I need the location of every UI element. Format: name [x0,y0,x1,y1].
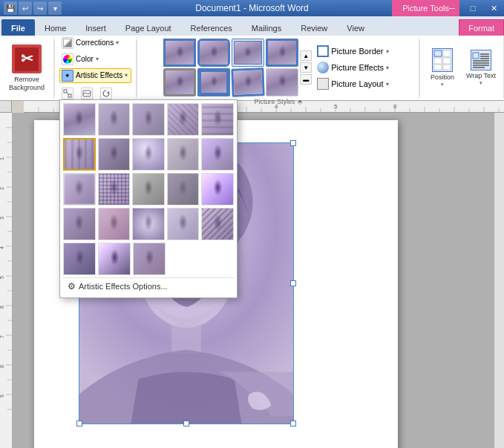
svg-text:9: 9 [0,395,4,398]
style-thumb-6[interactable] [197,68,230,96]
handle-mid-right[interactable] [290,280,296,286]
svg-text:7: 7 [0,335,4,338]
handle-bot-right[interactable] [290,421,296,426]
reset-picture-button[interactable] [98,86,116,101]
handle-bot-center[interactable] [183,421,189,426]
gallery-more-button[interactable]: ▬ [300,74,312,85]
svg-text:3: 3 [0,217,4,220]
tab-mailings[interactable]: Mailings [242,19,291,36]
svg-text:6: 6 [393,103,397,110]
svg-rect-13 [434,58,442,64]
svg-rect-15 [434,65,442,70]
effect-pastels[interactable] [167,138,200,171]
picture-effects-icon [317,62,329,73]
effect-marker-selected[interactable] [63,138,96,171]
style-thumb-7[interactable] [232,67,265,97]
close-button[interactable]: ✕ [483,0,504,16]
corrections-icon [62,37,73,49]
style-thumb-4[interactable] [266,39,298,67]
compress-pictures-button[interactable] [59,86,77,101]
svg-text:5: 5 [334,103,338,110]
gallery-up-button[interactable]: ▲ [300,50,312,61]
remove-background-label: Remove Background [7,76,47,92]
style-thumb-5[interactable] [163,68,196,96]
artistic-effects-dropdown: ⚙ Artistic Effects Options... [59,99,238,298]
tab-home[interactable]: Home [35,19,76,36]
effect-glass[interactable] [132,138,165,171]
effect-chalk[interactable] [167,103,200,136]
effect-watercolor[interactable] [201,103,234,136]
svg-rect-103 [171,324,201,354]
effect-glow[interactable] [167,173,200,205]
effect-paintbrush[interactable] [201,208,234,240]
vertical-scrollbar[interactable] [494,113,504,448]
effect-pencil[interactable] [98,103,131,136]
effect-crosshatch[interactable] [167,208,200,240]
style-thumb-3[interactable] [232,39,264,67]
effect-texture[interactable] [98,173,131,205]
style-thumb-2[interactable] [197,39,230,67]
more-qa-button[interactable]: ▾ [48,1,62,15]
picture-styles-expand[interactable]: ⬘ [298,99,302,105]
svg-rect-11 [434,50,442,56]
corrections-button[interactable]: Corrections ▾ [59,36,122,50]
position-button[interactable]: Position ▾ [425,46,460,90]
artistic-effects-options-link[interactable]: ⚙ Artistic Effects Options... [63,277,234,294]
svg-rect-14 [443,58,451,64]
effect-paint[interactable] [201,173,234,205]
effect-row-2 [63,138,234,171]
gallery-arrows: ▲ ▼ ▬ [300,50,312,85]
picture-effects-button[interactable]: Picture Effects ▾ [313,60,393,75]
svg-text:6: 6 [0,306,4,309]
options-icon: ⚙ [68,281,76,291]
tab-file[interactable]: File [1,19,35,36]
save-qa-button[interactable]: 💾 [4,1,17,15]
color-button[interactable]: Color ▾ [59,52,102,67]
svg-marker-10 [107,91,109,94]
svg-text:5: 5 [0,276,4,279]
reset-picture-icon [100,88,112,99]
effect-crumpled[interactable] [98,208,131,240]
change-picture-button[interactable] [79,86,96,101]
effect-mosaic[interactable] [98,138,131,171]
gallery-down-button[interactable]: ▼ [300,62,312,73]
maximize-button[interactable]: □ [462,0,483,16]
picture-styles-label: Picture Styles [255,98,295,105]
effect-blur[interactable] [132,173,165,205]
undo-qa-button[interactable]: ↩ [19,1,32,15]
tab-references[interactable]: References [181,19,242,36]
redo-qa-button[interactable]: ↪ [33,1,47,15]
ribbon-group-adjust: Corrections ▾ Color ▾ ✦ Artistic Effects… [55,37,137,99]
effect-line[interactable] [132,103,165,136]
effect-light[interactable] [98,243,131,275]
picture-options-col: Picture Border ▾ Picture Effects ▾ Pictu… [313,44,393,91]
effect-cement[interactable] [63,243,96,275]
artistic-effects-button[interactable]: ✦ Artistic Effects ▾ [59,68,131,83]
effect-soft[interactable] [63,173,96,205]
effect-cutout[interactable] [132,208,165,240]
minimize-button[interactable]: ─ [442,0,462,16]
picture-border-icon [317,45,329,57]
handle-top-right[interactable] [290,140,296,146]
ruler-corner [0,101,12,113]
tab-page-layout[interactable]: Page Layout [116,19,181,36]
remove-background-button[interactable]: ✂ Remove Background [4,42,49,94]
effect-plastic[interactable] [201,138,234,171]
change-picture-icon [81,88,93,99]
effect-photo[interactable] [133,243,166,275]
handle-bot-left[interactable] [76,421,82,426]
effect-none[interactable] [63,103,96,136]
svg-rect-3 [64,90,67,93]
style-thumb-1[interactable] [163,39,196,67]
style-thumb-8[interactable] [266,68,298,96]
picture-layout-button[interactable]: Picture Layout ▾ [313,76,393,91]
tab-format[interactable]: Format [459,19,504,36]
picture-border-button[interactable]: Picture Border ▾ [313,44,393,59]
wrap-text-button[interactable]: Wrap Text ▾ [463,46,499,90]
tab-review[interactable]: Review [291,19,337,36]
tab-view[interactable]: View [337,19,374,36]
effect-film[interactable] [63,208,96,240]
svg-line-5 [67,93,68,94]
tab-insert[interactable]: Insert [76,19,116,36]
color-dropdown-arrow: ▾ [96,56,99,62]
